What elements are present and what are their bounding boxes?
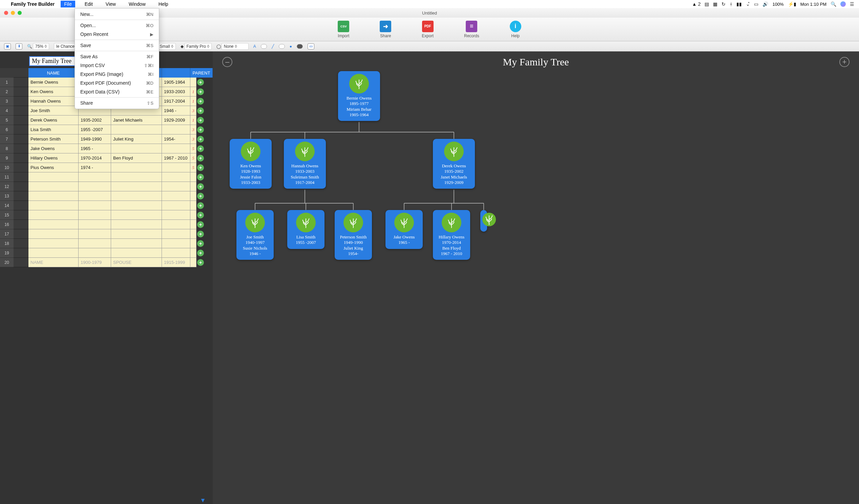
cell-name[interactable]	[28, 192, 79, 201]
add-row-button[interactable]: +	[196, 125, 205, 135]
cell-dates[interactable]: 1949-1990	[79, 135, 111, 144]
cell-parent[interactable]: 5	[190, 144, 196, 153]
adobe-icon[interactable]: ▲ 2	[692, 1, 701, 7]
cell-years2[interactable]	[162, 239, 190, 248]
table-row[interactable]: 7Peterson Smith1949-1990Juliet King1954-…	[0, 135, 213, 144]
cell-dates[interactable]	[79, 192, 111, 201]
cell-spouse[interactable]: SPOUSE	[111, 258, 162, 267]
notification-icon[interactable]: ☰	[850, 1, 854, 7]
maximize-window-button[interactable]	[18, 11, 22, 15]
add-row-button[interactable]: +	[196, 220, 205, 229]
row-selector[interactable]	[14, 192, 28, 201]
tree-title-input[interactable]	[29, 56, 80, 66]
table-row[interactable]: 19+	[0, 248, 213, 258]
row-number[interactable]: 9	[0, 153, 14, 163]
tree-node[interactable]: Jake Owens1965 -	[386, 210, 423, 249]
cell-parent[interactable]	[190, 201, 196, 210]
cell-years2[interactable]: 1915-1999	[162, 258, 190, 267]
cell-dates[interactable]: 1955 -2007	[79, 125, 111, 135]
cell-spouse[interactable]	[111, 220, 162, 229]
cell-years2[interactable]	[162, 172, 190, 182]
cell-dates[interactable]: 1970-2014	[79, 153, 111, 163]
row-number[interactable]: 3	[0, 96, 14, 106]
cell-parent[interactable]	[190, 258, 196, 267]
table-row[interactable]: 11+	[0, 172, 213, 182]
cell-years2[interactable]: 1954-	[162, 135, 190, 144]
cell-spouse[interactable]	[111, 172, 162, 182]
cell-spouse[interactable]	[111, 248, 162, 258]
menu-edit[interactable]: Edit	[81, 1, 96, 7]
tree-node[interactable]: Joe Smith1940-1997Susie Nichols1946 -	[237, 210, 274, 260]
cell-parent[interactable]	[190, 220, 196, 229]
close-window-button[interactable]	[4, 11, 8, 15]
add-row-button[interactable]: +	[196, 135, 205, 144]
add-row-button[interactable]: +	[196, 116, 205, 125]
tree-node[interactable]: Ken Owens1928-1993Jessie Falon1933-2003	[230, 139, 272, 189]
row-selector[interactable]	[14, 87, 28, 96]
cell-parent[interactable]: 3	[190, 106, 196, 116]
row-selector[interactable]	[14, 229, 28, 239]
table-row[interactable]: 18+	[0, 239, 213, 248]
row-number[interactable]: 13	[0, 192, 14, 201]
file-menu-item[interactable]: New...⌘N	[75, 10, 159, 19]
export-button[interactable]: PDFExport	[422, 21, 434, 38]
layout-select[interactable]: ◆ Family Pro ◊	[181, 43, 212, 50]
cell-dates[interactable]: 1935-2002	[79, 116, 111, 125]
file-menu-item[interactable]: Open Recent▶	[75, 30, 159, 39]
row-selector[interactable]	[14, 106, 28, 116]
cell-name[interactable]	[28, 239, 79, 248]
file-menu-item[interactable]: Share⇧S	[75, 98, 159, 107]
cell-years2[interactable]	[162, 163, 190, 172]
cell-years2[interactable]	[162, 192, 190, 201]
cell-years2[interactable]	[162, 182, 190, 192]
layout-mode-icon[interactable]: ▣	[4, 43, 11, 49]
cell-dates[interactable]: 1974 -	[79, 163, 111, 172]
line-icon[interactable]: ╱	[272, 44, 274, 49]
file-menu-item[interactable]: Open...⌘O	[75, 21, 159, 30]
expand-down-icon[interactable]: ▼	[200, 497, 206, 504]
col-header-parent[interactable]: PARENT	[190, 68, 213, 78]
file-menu-item[interactable]: Export Data (CSV)⌘E	[75, 87, 159, 96]
cell-spouse[interactable]: Janet Michaels	[111, 116, 162, 125]
cell-spouse[interactable]	[111, 163, 162, 172]
cell-years2[interactable]	[162, 201, 190, 210]
row-number[interactable]: 15	[0, 210, 14, 220]
row-number[interactable]: 6	[0, 125, 14, 135]
add-row-button[interactable]: +	[196, 201, 205, 210]
row-number[interactable]: 17	[0, 229, 14, 239]
tree-node[interactable]: Hannah Owens1933-2003Suleiman Smith1917-…	[284, 139, 326, 189]
cell-name[interactable]	[28, 210, 79, 220]
row-number[interactable]: 16	[0, 220, 14, 229]
file-menu-item[interactable]: Export PDF (Document)⌘D	[75, 79, 159, 87]
menu-file[interactable]: File	[61, 1, 75, 7]
airplay-icon[interactable]: ▭	[754, 1, 758, 7]
wifi-icon[interactable]: ⌄̂	[746, 1, 750, 7]
cell-years2[interactable]: 1917-2004	[162, 96, 190, 106]
add-row-button[interactable]: +	[196, 172, 205, 182]
cell-dates[interactable]	[79, 248, 111, 258]
add-row-button[interactable]: +	[196, 78, 205, 87]
records-button[interactable]: ≡Records	[464, 21, 479, 38]
cell-name[interactable]	[28, 220, 79, 229]
cell-years2[interactable]	[162, 229, 190, 239]
table-row[interactable]: 9Hillary Owens1970-2014Ben Floyd1967 - 2…	[0, 153, 213, 163]
row-number[interactable]: 4	[0, 106, 14, 116]
cell-spouse[interactable]	[111, 182, 162, 192]
timemachine-icon[interactable]: ↻	[722, 1, 725, 7]
cell-name[interactable]	[28, 172, 79, 182]
cell-name[interactable]	[28, 248, 79, 258]
table-row[interactable]: 13+	[0, 192, 213, 201]
cell-dates[interactable]	[79, 210, 111, 220]
table-row[interactable]: 16+	[0, 220, 213, 229]
row-selector[interactable]	[14, 220, 28, 229]
table-row[interactable]: 6Lisa Smith1955 -20073+	[0, 125, 213, 135]
cell-years2[interactable]	[162, 210, 190, 220]
proj-icon[interactable]: ▦	[713, 1, 718, 7]
app-name[interactable]: Family Tree Builder	[11, 1, 55, 7]
file-menu-item[interactable]: Import CSV⇧⌘I	[75, 61, 159, 70]
cell-name[interactable]: NAME	[28, 258, 79, 267]
row-number[interactable]: 11	[0, 172, 14, 182]
cell-years2[interactable]: 1967 - 2010	[162, 153, 190, 163]
tree-node[interactable]: Derek Owens1935-2002Janet Michaels1929-2…	[433, 139, 475, 189]
add-row-button[interactable]: +	[196, 163, 205, 172]
